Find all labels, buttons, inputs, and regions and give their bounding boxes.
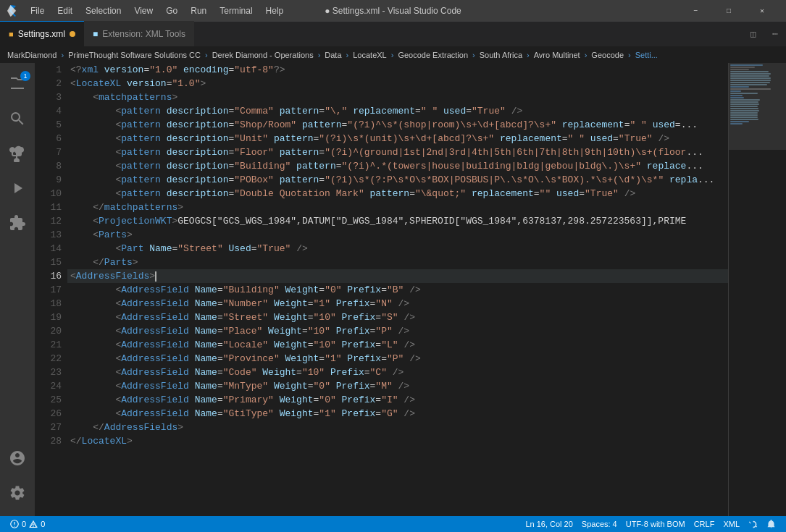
breadcrumb-settings[interactable]: Setti... <box>635 51 658 59</box>
svg-point-4 <box>33 526 34 527</box>
minimize-button[interactable]: − <box>679 0 712 22</box>
xml-file-icon: ■ <box>9 30 14 38</box>
breadcrumb-primethought[interactable]: PrimeThought Software Solutions CC <box>68 51 201 59</box>
code-line-8: <pattern description="Building" pattern=… <box>67 159 728 173</box>
code-line-27: </AddressFields> <box>67 421 728 434</box>
activity-account[interactable] <box>0 441 35 476</box>
breadcrumb-south-africa[interactable]: South Africa <box>480 51 522 59</box>
line-num-20: 20 <box>35 324 62 338</box>
minimap-viewport <box>729 63 786 150</box>
code-line-18: <AddressField Name="Number" Weight="1" P… <box>67 297 728 311</box>
breadcrumb-data[interactable]: Data <box>325 51 341 59</box>
more-actions-button[interactable]: ⋯ <box>764 21 786 46</box>
code-line-28: </LocateXL> <box>67 434 728 448</box>
breadcrumb-markdiamond[interactable]: MarkDiamond <box>7 51 57 59</box>
status-encoding[interactable]: UTF-8 with BOM <box>622 516 690 532</box>
title-bar-left: File Edit Selection View Go Run Terminal… <box>7 4 289 17</box>
breadcrumb: MarkDiamond › PrimeThought Software Solu… <box>0 47 786 63</box>
status-notifications[interactable] <box>744 516 762 532</box>
status-language[interactable]: XML <box>719 516 744 532</box>
window-title: ● Settings.xml - Visual Studio Code <box>325 6 461 16</box>
run-icon <box>9 180 26 197</box>
code-line-22: <AddressField Name="Province" Weight="1"… <box>67 352 728 366</box>
code-line-10: <pattern description="Double Quotation M… <box>67 187 728 200</box>
line-num-11: 11 <box>35 200 62 214</box>
menu-file[interactable]: File <box>25 4 50 17</box>
code-line-21: <AddressField Name="Locale" Weight="10" … <box>67 338 728 352</box>
line-num-19: 19 <box>35 311 62 324</box>
code-line-26: <AddressField Name="GtiType" Weight="1" … <box>67 407 728 421</box>
line-num-1: 1 <box>35 63 62 77</box>
code-line-14: <Part Name="Street" Used="True" /> <box>67 242 728 256</box>
line-num-12: 12 <box>35 214 62 228</box>
svg-point-2 <box>14 525 14 526</box>
status-bar: 0 0 Ln 16, Col 20 Spaces: 4 UTF-8 with B… <box>0 516 786 532</box>
status-spaces[interactable]: Spaces: 4 <box>577 516 622 532</box>
breadcrumb-geocode[interactable]: Geocode <box>591 51 624 59</box>
line-numbers: 1 2 3 4 5 6 7 8 9 10 11 12 13 14 15 16 1… <box>35 63 67 516</box>
main-area: 1 1 2 3 4 5 6 <box>0 63 786 516</box>
search-icon <box>9 110 26 127</box>
sync-icon <box>748 520 758 529</box>
breadcrumb-sep-2: › <box>205 51 208 59</box>
breadcrumb-locatexl[interactable]: LocateXL <box>353 51 386 59</box>
line-num-3: 3 <box>35 90 62 104</box>
menu-help[interactable]: Help <box>260 4 290 17</box>
activity-run[interactable] <box>0 171 35 206</box>
menu-selection[interactable]: Selection <box>80 4 127 17</box>
tab-settings-xml[interactable]: ■ Settings.xml <box>0 21 84 46</box>
status-bell[interactable] <box>762 516 780 532</box>
code-line-23: <AddressField Name="Code" Weight="10" Pr… <box>67 366 728 379</box>
code-line-16: <AddressFields> <box>67 269 728 283</box>
line-num-4: 4 <box>35 104 62 118</box>
line-num-8: 8 <box>35 159 62 173</box>
code-line-15: </Parts> <box>67 256 728 269</box>
status-line-endings[interactable]: CRLF <box>690 516 719 532</box>
line-num-26: 26 <box>35 407 62 421</box>
line-num-14: 14 <box>35 242 62 256</box>
code-line-5: <pattern description="Shop/Room" pattern… <box>67 118 728 132</box>
menu-go[interactable]: Go <box>160 4 183 17</box>
source-control-icon <box>9 145 26 162</box>
menu-terminal[interactable]: Terminal <box>214 4 258 17</box>
line-num-27: 27 <box>35 421 62 434</box>
line-num-6: 6 <box>35 132 62 145</box>
status-errors[interactable]: 0 0 <box>6 516 49 532</box>
code-line-19: <AddressField Name="Street" Weight="10" … <box>67 311 728 324</box>
window-controls: − □ ✕ <box>679 0 779 22</box>
code-line-13: <Parts> <box>67 228 728 242</box>
close-button[interactable]: ✕ <box>745 0 779 22</box>
tab-extension-xml-tools[interactable]: ■ Extension: XML Tools <box>84 21 194 46</box>
maximize-button[interactable]: □ <box>712 0 745 22</box>
code-line-6: <pattern description="Unit" pattern="(?i… <box>67 132 728 145</box>
status-position[interactable]: Ln 16, Col 20 <box>521 516 577 532</box>
activity-explorer[interactable]: 1 <box>0 67 35 101</box>
warning-icon <box>29 520 38 528</box>
tab-label-settings: Settings.xml <box>18 29 65 39</box>
activity-source-control[interactable] <box>0 136 35 171</box>
menu-edit[interactable]: Edit <box>51 4 78 17</box>
activity-extensions[interactable] <box>0 206 35 240</box>
editor-container: 1 2 3 4 5 6 7 8 9 10 11 12 13 14 15 16 1… <box>35 63 786 516</box>
line-num-7: 7 <box>35 145 62 159</box>
menu-view[interactable]: View <box>128 4 159 17</box>
menu-run[interactable]: Run <box>185 4 212 17</box>
breadcrumb-avro[interactable]: Avro Multinet <box>534 51 580 59</box>
line-num-22: 22 <box>35 352 62 366</box>
breadcrumb-derek[interactable]: Derek Diamond - Operations <box>212 51 314 59</box>
minimap[interactable] <box>728 63 786 516</box>
code-line-7: <pattern description="Floor" pattern="(?… <box>67 145 728 159</box>
breadcrumb-sep-5: › <box>391 51 394 59</box>
line-num-18: 18 <box>35 297 62 311</box>
breadcrumb-geocode-extraction[interactable]: Geocode Extraction <box>398 51 468 59</box>
code-editor[interactable]: <?xml version="1.0" encoding="utf-8"?> <… <box>67 63 728 516</box>
extension-icon-tab: ■ <box>93 29 98 39</box>
activity-search[interactable] <box>0 101 35 136</box>
breadcrumb-sep-3: › <box>318 51 321 59</box>
line-num-16: 16 <box>35 269 62 283</box>
split-editor-button[interactable]: ◫ <box>743 21 764 46</box>
title-bar-menus: File Edit Selection View Go Run Terminal… <box>25 4 289 17</box>
activity-settings[interactable] <box>0 476 35 510</box>
breadcrumb-sep-4: › <box>346 51 349 59</box>
breadcrumb-sep-9: › <box>628 51 631 59</box>
